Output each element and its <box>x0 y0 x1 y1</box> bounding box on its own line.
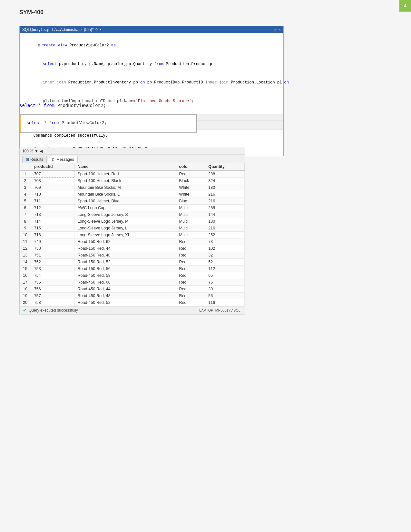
quantity-cell: 288 <box>205 205 245 211</box>
quantity-cell: 180 <box>205 184 245 191</box>
server-name: LAPTOP_MP000173\SQLI <box>199 308 241 312</box>
quantity-cell: 73 <box>205 238 245 245</box>
name-cell: Road-450 Red, 52 <box>74 299 176 306</box>
quantity-cell: 216 <box>205 225 245 232</box>
productid-cell: 758 <box>31 299 74 306</box>
productid-cell: 711 <box>31 198 74 205</box>
row-number: 12 <box>20 245 31 252</box>
color-cell: Multi <box>176 205 205 211</box>
productid-cell: 751 <box>31 252 74 259</box>
code-line-3: inner join Production.ProductInventory p… <box>24 73 279 92</box>
row-number: 19 <box>20 293 31 299</box>
collapse-icon: ⊟ <box>38 44 40 47</box>
titlebar-controls: ☆ × <box>274 28 281 32</box>
name-cell: Mountain Bike Socks, L <box>74 191 176 198</box>
row-number: 20 <box>20 299 31 306</box>
productid-cell: 712 <box>31 205 74 211</box>
table-row: 9715Long-Sleeve Logo Jersey, LMulti216 <box>20 225 245 232</box>
table-row: 12750Road-150 Red, 44Red102 <box>20 245 245 252</box>
results-msg-icon: 🗒 <box>52 158 55 161</box>
color-cell: White <box>176 184 205 191</box>
results-tab-bar: ⊞ Results 🗒 Messages <box>20 155 245 163</box>
name-cell: Long-Sleeve Logo Jersey, S <box>74 211 176 218</box>
quantity-cell: 56 <box>205 293 245 299</box>
col-header-color: color <box>176 163 205 170</box>
results-grid-icon: ⊞ <box>26 157 29 162</box>
pin-icon[interactable]: ☆ <box>274 28 277 32</box>
row-number: 14 <box>20 259 31 266</box>
color-cell: Blue <box>176 198 205 205</box>
row-number: 1 <box>20 170 31 178</box>
name-cell: Sport-100 Helmet, Blue <box>74 198 176 205</box>
titlebar-text: SQLQuery1.sql - LA...Administrator (52))… <box>22 27 102 32</box>
color-cell: Red <box>176 252 205 259</box>
productid-cell: 757 <box>31 293 74 299</box>
quantity-cell: 30 <box>205 286 245 293</box>
code-line-1: ⊟create view ProductViewColor2 as <box>24 36 279 55</box>
quantity-cell: 112 <box>205 266 245 272</box>
name-cell: Road-450 Red, 44 <box>74 286 176 293</box>
row-number: 8 <box>20 218 31 225</box>
results-section: 100 % ▼ ◀ ⊞ Results 🗒 Messages productid… <box>19 148 245 314</box>
name-cell: Road-450 Red, 60 <box>74 279 176 286</box>
quantity-cell: 52 <box>205 259 245 266</box>
quantity-cell: 324 <box>205 178 245 184</box>
quantity-cell: 102 <box>205 245 245 252</box>
row-number: 5 <box>20 198 31 205</box>
table-row: 18756Road-450 Red, 44Red30 <box>20 286 245 293</box>
color-cell: Multi <box>176 218 205 225</box>
code-editor-1[interactable]: ⊟create view ProductViewColor2 as select… <box>20 33 283 114</box>
color-cell: Red <box>176 259 205 266</box>
results-zoom-arrow[interactable]: ▼ <box>34 149 38 153</box>
ssms-window-2[interactable]: select * from ProductViewColor2; <box>19 114 197 133</box>
productid-cell: 715 <box>31 225 74 232</box>
table-row: 7713Long-Sleeve Logo Jersey, SMulti144 <box>20 211 245 218</box>
success-icon: ✔ <box>23 308 27 313</box>
name-cell: Road-150 Red, 44 <box>74 245 176 252</box>
close-icon[interactable]: × <box>279 28 281 32</box>
productid-cell: 750 <box>31 245 74 252</box>
productid-cell: 752 <box>31 259 74 266</box>
results-scroll-left[interactable]: ◀ <box>40 149 43 153</box>
col-header-rownum <box>20 163 31 170</box>
row-number: 3 <box>20 184 31 191</box>
col-header-quantity: Quantity <box>205 163 245 170</box>
table-row: 1707Sport-100 Helmet, RedRed288 <box>20 170 245 178</box>
code-line-2: select p.productid, p.Name, p.color,pp.Q… <box>24 55 279 74</box>
name-cell: Long-Sleeve Logo Jersey, M <box>74 218 176 225</box>
color-cell: Red <box>176 279 205 286</box>
col-header-productid: productid <box>31 163 74 170</box>
name-cell: AWC Logo Cap <box>74 205 176 211</box>
row-number: 11 <box>20 238 31 245</box>
color-cell: Red <box>176 272 205 279</box>
quantity-cell: 75 <box>205 279 245 286</box>
productid-cell: 709 <box>31 184 74 191</box>
name-cell: Long-Sleeve Logo Jersey, L <box>74 225 176 232</box>
name-cell: Road-150 Red, 62 <box>74 238 176 245</box>
color-cell: Red <box>176 266 205 272</box>
table-row: 14752Road-150 Red, 52Red52 <box>20 259 245 266</box>
productid-cell: 753 <box>31 266 74 272</box>
name-cell: Sport-100 Helmet, Red <box>74 170 176 178</box>
results-tab-results[interactable]: ⊞ Results <box>22 156 47 163</box>
productid-cell: 755 <box>31 279 74 286</box>
table-row: 5711Sport-100 Helmet, BlueBlue216 <box>20 198 245 205</box>
message-line-2 <box>24 139 279 146</box>
results-tab-messages[interactable]: 🗒 Messages <box>48 156 78 163</box>
color-cell: Red <box>176 293 205 299</box>
row-number: 7 <box>20 211 31 218</box>
name-cell: Road-450 Red, 58 <box>74 272 176 279</box>
productid-cell: 713 <box>31 211 74 218</box>
message-line-1: 1Commands completed successfully. <box>24 132 279 139</box>
table-row: 3709Mountain Bike Socks, MWhite180 <box>20 184 245 191</box>
code-editor-2[interactable]: select * from ProductViewColor2; <box>20 115 196 132</box>
color-cell: Multi <box>176 225 205 232</box>
quantity-cell: 65 <box>205 272 245 279</box>
color-cell: Multi <box>176 211 205 218</box>
row-number: 6 <box>20 205 31 211</box>
status-left: ✔ Query executed successfully. <box>23 308 79 313</box>
row-number: 13 <box>20 252 31 259</box>
table-row: 2708Sport-100 Helmet, BlackBlack324 <box>20 178 245 184</box>
name-cell: Road-150 Red, 52 <box>74 259 176 266</box>
color-cell: Red <box>176 170 205 178</box>
